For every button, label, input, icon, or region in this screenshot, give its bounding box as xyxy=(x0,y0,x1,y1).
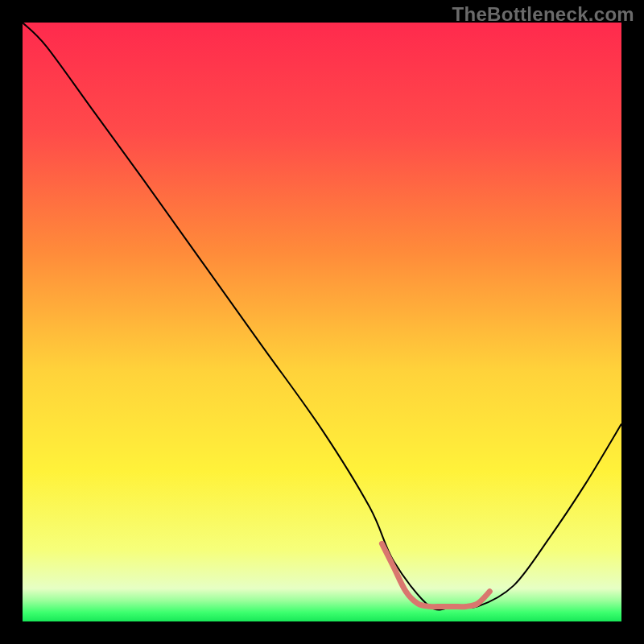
gradient-background xyxy=(23,23,621,621)
chart-stage: TheBottleneck.com xyxy=(0,0,644,644)
attribution-label: TheBottleneck.com xyxy=(452,3,634,26)
plot-svg xyxy=(23,23,621,621)
plot-frame xyxy=(23,23,621,621)
